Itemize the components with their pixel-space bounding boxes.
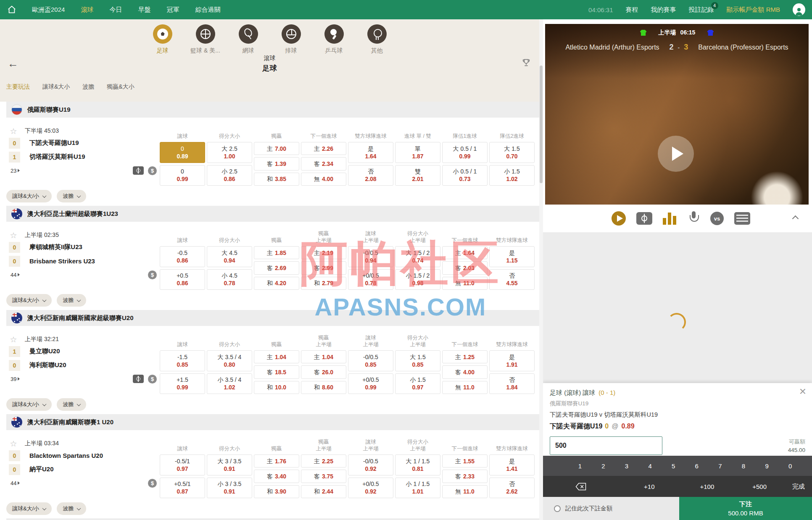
dollar-icon[interactable] — [148, 479, 157, 488]
video-player[interactable]: 上半場 06:15 Atletico Madrid (Arthur) Espor… — [545, 24, 809, 205]
league-header[interactable]: 澳大利亞昆士蘭州超級聯賽1U23 — [6, 206, 539, 222]
league-header[interactable]: 澳大利亞新南威爾斯國家超級聯賽U20 — [6, 310, 539, 326]
odds-button[interactable]: 主1.76 — [254, 454, 299, 467]
odds-button[interactable]: -0/0.50.85 — [348, 350, 393, 371]
market-filter-pill[interactable]: 讓球&大/小 — [6, 398, 52, 411]
odds-button[interactable]: 小 3 / 3.50.91 — [207, 478, 252, 499]
stake-input[interactable] — [550, 436, 662, 455]
sport-tab-basketball[interactable]: 籃球 & 美... — [187, 24, 224, 55]
odds-button[interactable]: 00.89 — [160, 142, 205, 163]
home-icon[interactable] — [3, 5, 21, 14]
odds-button[interactable]: 是1.91 — [489, 350, 535, 371]
odds-button[interactable]: 大 1.50.70 — [489, 142, 535, 163]
odds-button[interactable]: -0/0.50.94 — [348, 246, 393, 267]
odds-button[interactable]: 客26.0 — [301, 365, 346, 378]
sport-tab-tennis[interactable]: 網球 — [230, 24, 266, 55]
nav-item-5[interactable]: 冠軍 — [166, 6, 179, 14]
league-header[interactable]: 中國U21聯賽 — [6, 518, 539, 520]
pitch-icon[interactable] — [636, 212, 652, 225]
odds-button[interactable]: -0.50.86 — [160, 246, 205, 267]
odds-button[interactable]: 00.99 — [160, 165, 205, 186]
nav-item-2[interactable]: 滾球 — [81, 6, 93, 14]
more-markets-link[interactable]: 39 — [11, 376, 16, 382]
sport-tab-other[interactable]: 其他 — [359, 24, 395, 55]
more-markets-link[interactable]: 44 — [11, 480, 16, 486]
odds-button[interactable]: +0/0.50.99 — [348, 373, 393, 394]
odds-button[interactable]: 大 0.5 / 10.99 — [442, 142, 488, 163]
keypad-key-6[interactable]: 6 — [685, 462, 709, 470]
nav-right-item-2[interactable]: 我的賽事 — [651, 6, 676, 14]
market-filter-pill[interactable]: 波膽 — [57, 502, 86, 515]
match-stats-icon[interactable] — [734, 212, 750, 225]
more-markets-link[interactable]: 23 — [11, 168, 16, 174]
user-avatar-icon[interactable] — [793, 3, 805, 16]
market-filter-pill[interactable]: 波膽 — [57, 398, 86, 411]
odds-button[interactable]: 無11.0 — [442, 277, 488, 290]
favorite-star-icon[interactable]: ☆ — [8, 231, 19, 240]
odds-button[interactable]: 否2.08 — [348, 165, 393, 186]
odds-button[interactable]: 客2.33 — [442, 470, 488, 483]
keypad-key-3[interactable]: 3 — [615, 462, 638, 470]
odds-button[interactable]: 否2.62 — [489, 478, 535, 499]
market-filter-pill[interactable]: 讓球&大/小 — [6, 294, 52, 307]
odds-button[interactable]: 大 1.50.85 — [395, 350, 440, 371]
odds-button[interactable]: 小 1.5 / 20.98 — [395, 269, 440, 290]
odds-button[interactable]: 主1.04 — [254, 350, 299, 363]
odds-button[interactable]: +0.5/10.87 — [160, 478, 205, 499]
odds-button[interactable]: 主1.64 — [442, 246, 488, 259]
sport-tab-soccer[interactable]: 足球 — [145, 24, 181, 55]
odds-button[interactable]: 客2.99 — [301, 261, 346, 274]
odds-button[interactable]: 否4.55 — [489, 269, 535, 290]
nav-right-item-3[interactable]: 投註記錄4 — [689, 6, 714, 14]
remember-stake-toggle[interactable]: 記住此次下註金額 — [543, 497, 679, 520]
odds-button[interactable]: 客3.75 — [301, 470, 346, 483]
odds-button[interactable]: 主2.26 — [301, 142, 346, 155]
odds-button[interactable]: 否1.84 — [489, 373, 535, 394]
odds-button[interactable]: 是1.15 — [489, 246, 535, 267]
odds-button[interactable]: 無11.0 — [442, 381, 488, 394]
sport-tab-volleyball[interactable]: 排球 — [273, 24, 309, 55]
nav-item-1[interactable]: 歐洲盃2024 — [32, 6, 65, 14]
odds-button[interactable]: 無11.0 — [442, 485, 488, 498]
odds-button[interactable]: 主1.55 — [442, 454, 488, 467]
market-filter-pill[interactable]: 波膽 — [57, 294, 86, 307]
odds-button[interactable]: 大 1 / 1.50.81 — [395, 454, 440, 475]
odds-button[interactable]: 主2.25 — [301, 454, 346, 467]
odds-button[interactable]: -0.5/10.97 — [160, 454, 205, 475]
odds-button[interactable]: 和3.85 — [254, 173, 299, 186]
keypad-key-4[interactable]: 4 — [638, 462, 662, 470]
stats-bars-icon[interactable] — [663, 213, 677, 225]
left-scrollbar-thumb[interactable] — [540, 66, 543, 183]
odds-button[interactable]: 和10.0 — [254, 381, 299, 394]
odds-button[interactable]: 客3.40 — [254, 470, 299, 483]
keypad-key-+100[interactable]: +100 — [680, 476, 734, 497]
keypad-key-9[interactable]: 9 — [755, 462, 779, 470]
dollar-icon[interactable] — [148, 166, 157, 175]
play-icon[interactable] — [612, 211, 626, 226]
odds-button[interactable]: +1.50.99 — [160, 373, 205, 394]
odds-button[interactable]: 主1.04 — [301, 350, 346, 363]
odds-button[interactable]: 和2.79 — [301, 277, 346, 290]
market-filter-pill[interactable]: 讓球&大/小 — [6, 502, 52, 515]
favorite-star-icon[interactable]: ☆ — [8, 439, 19, 449]
tab-2[interactable]: 讓球&大小 — [42, 83, 70, 91]
keypad-key-完成[interactable]: 完成 — [785, 476, 812, 497]
trophy-icon[interactable] — [522, 58, 531, 69]
odds-button[interactable]: +0.50.86 — [160, 269, 205, 290]
video-play-button[interactable] — [658, 136, 694, 172]
tab-4[interactable]: 獨贏&大小 — [107, 83, 134, 91]
odds-button[interactable]: -1.50.85 — [160, 350, 205, 371]
odds-button[interactable]: 單1.87 — [395, 142, 440, 163]
odds-button[interactable]: 主2.19 — [301, 246, 346, 259]
odds-button[interactable]: 小 1.50.97 — [395, 373, 440, 394]
nav-item-4[interactable]: 早盤 — [138, 6, 150, 14]
odds-button[interactable]: 和2.44 — [301, 485, 346, 498]
market-filter-pill[interactable]: 波膽 — [57, 190, 86, 202]
league-header[interactable]: 澳大利亞新南威爾斯聯賽1 U20 — [6, 414, 539, 430]
odds-button[interactable]: 雙2.01 — [395, 165, 440, 186]
odds-button[interactable]: 和3.90 — [254, 485, 299, 498]
odds-button[interactable]: 大 2.51.00 — [207, 142, 252, 163]
odds-button[interactable]: 大 4.50.94 — [207, 246, 252, 267]
odds-button[interactable]: 主1.25 — [442, 350, 488, 363]
market-filter-pill[interactable]: 讓球&大/小 — [6, 190, 52, 202]
